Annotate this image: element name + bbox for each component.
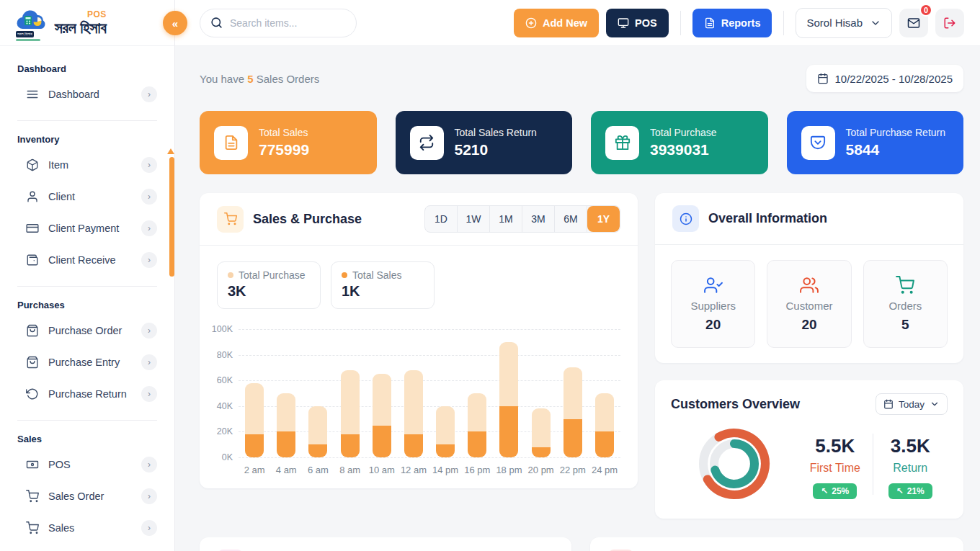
date-range-picker[interactable]: 10/22/2025 - 10/28/2025 <box>806 65 963 92</box>
bar-14-pm[interactable] <box>436 406 455 457</box>
info-box-customer[interactable]: Customer20 <box>767 260 851 348</box>
y-tick-label: 100K <box>212 324 233 334</box>
chart-y-axis: 0K20K40K60K80K100K <box>207 329 239 457</box>
search-box[interactable] <box>200 9 357 37</box>
sales-orders-count: 5 <box>247 73 253 85</box>
sales-purchase-panel: Sales & Purchase 1D1W1M3M6M1Y Total Purc… <box>200 193 638 488</box>
box-icon <box>26 158 39 171</box>
add-new-button[interactable]: Add New <box>514 9 599 37</box>
sidebar-item-purchase-return[interactable]: Purchase Return› <box>17 378 157 410</box>
sales-segment <box>595 431 614 457</box>
bar-8-am[interactable] <box>341 370 360 457</box>
chevron-right-icon: › <box>141 86 157 102</box>
info-box-orders[interactable]: Orders5 <box>863 260 948 348</box>
y-tick-label: 20K <box>217 426 233 436</box>
sidebar-item-client-receive[interactable]: Client Receive› <box>17 244 157 276</box>
stat-card-total-sales[interactable]: Total Sales775999 <box>200 111 377 174</box>
purchase-segment <box>564 367 582 418</box>
info-box-value: 20 <box>705 317 721 333</box>
reports-button[interactable]: Reports <box>692 9 772 37</box>
bar-20-pm[interactable] <box>532 408 551 457</box>
sidebar-collapse-button[interactable]: « <box>163 11 187 35</box>
bar-6-am[interactable] <box>308 406 327 457</box>
sidebar-item-client-payment[interactable]: Client Payment› <box>17 212 157 244</box>
customers-overview-filter[interactable]: Today <box>876 393 948 415</box>
sidebar-section-purchases: PurchasesPurchase Order›Purchase Entry›P… <box>0 292 174 414</box>
sidebar-item-purchase-order[interactable]: Purchase Order› <box>17 315 157 346</box>
search-input[interactable] <box>230 17 338 29</box>
purchase-segment <box>277 393 295 431</box>
bar-2-am[interactable] <box>245 383 264 457</box>
sidebar-item-dashboard[interactable]: Dashboard› <box>17 79 157 110</box>
period-1d-button[interactable]: 1D <box>425 206 458 232</box>
bar-12-am[interactable] <box>404 370 423 457</box>
sidebar-item-sales[interactable]: Sales› <box>17 512 157 544</box>
stat-card-total-purchase[interactable]: Total Purchase3939031 <box>591 111 768 174</box>
stat-card-value: 3939031 <box>650 141 717 158</box>
stat-card-label: Total Sales Return <box>455 127 537 138</box>
bar-24-pm[interactable] <box>595 393 614 457</box>
period-1m-button[interactable]: 1M <box>490 206 522 232</box>
chevron-right-icon: › <box>141 252 157 268</box>
period-3m-button[interactable]: 3M <box>522 206 555 232</box>
sidebar-item-label: POS <box>48 459 132 470</box>
sidebar-item-pos[interactable]: POS› <box>17 449 157 480</box>
sidebar-section-title: Inventory <box>17 134 157 145</box>
bar-22-pm[interactable] <box>564 367 582 457</box>
sidebar-scrollbar[interactable] <box>169 157 174 277</box>
sidebar-item-sales-order[interactable]: Sales Order› <box>17 480 157 512</box>
bar-slot <box>589 329 620 457</box>
sidebar-item-sales-delivery[interactable]: Sales Delivery› <box>17 544 157 551</box>
sidebar-item-purchase-entry[interactable]: Purchase Entry› <box>17 346 157 378</box>
cart-icon <box>217 206 244 233</box>
credit-card-icon <box>26 222 39 235</box>
info-box-suppliers[interactable]: Suppliers20 <box>671 260 755 348</box>
purchase-segment <box>499 342 518 406</box>
sidebar-item-label: Client Receive <box>48 254 132 266</box>
mail-button[interactable]: 0 <box>899 9 928 37</box>
bar-10-am[interactable] <box>373 374 391 457</box>
pos-button[interactable]: POS <box>606 9 669 37</box>
brand-logo[interactable]: সরল হিসাব POS সরল হিসাব <box>0 0 174 46</box>
bar-slot <box>366 329 398 457</box>
first-time-change-badge: ↖ 25% <box>813 483 857 499</box>
sales-purchase-title: Sales & Purchase <box>253 212 415 227</box>
sidebar-item-label: Purchase Order <box>48 325 132 336</box>
profile-dropdown[interactable]: Sorol Hisab <box>796 8 892 38</box>
search-icon <box>210 17 223 29</box>
sidebar-section-title: Purchases <box>17 300 157 310</box>
period-1y-button[interactable]: 1Y <box>587 206 620 232</box>
brand-name: সরল হিসাব <box>55 20 107 35</box>
report-file-icon <box>704 17 716 29</box>
bar-18-pm[interactable] <box>499 342 518 457</box>
customers-overview-panel: Customers Overview Today <box>655 380 963 519</box>
overall-info-stats: Suppliers20Customer20Orders5 <box>655 245 963 363</box>
user-check-icon <box>704 276 723 295</box>
stat-card-total-sales-return[interactable]: Total Sales Return5210 <box>396 111 573 174</box>
logout-button[interactable] <box>935 9 964 37</box>
period-1w-button[interactable]: 1W <box>458 206 490 232</box>
sales-segment <box>245 434 264 457</box>
customers-donut-chart <box>671 424 798 504</box>
stat-card-total-purchase-return[interactable]: Total Purchase Return5844 <box>787 111 964 174</box>
rotate-ccw-icon <box>26 388 39 400</box>
purchase-segment <box>341 370 360 434</box>
purchase-segment <box>532 408 551 447</box>
sidebar-item-client[interactable]: Client› <box>17 181 157 212</box>
sidebar-scroll-up-arrow[interactable] <box>167 148 174 154</box>
period-6m-button[interactable]: 6M <box>555 206 587 232</box>
info-box-label: Suppliers <box>690 300 736 312</box>
purchase-segment <box>308 406 327 444</box>
chevron-down-icon <box>930 399 940 409</box>
overall-information-panel: Overall Information Suppliers20Customer2… <box>655 193 963 363</box>
bar-16-pm[interactable] <box>468 393 486 457</box>
bar-slot <box>334 329 366 457</box>
bar-4-am[interactable] <box>277 393 295 457</box>
brand-nameplate: সরল হিসাব <box>16 31 34 37</box>
chevron-right-icon: › <box>141 354 157 370</box>
sidebar-item-item[interactable]: Item› <box>17 149 157 181</box>
legend-total-purchase: Total Purchase3K <box>217 261 321 309</box>
stat-cards-row: Total Sales775999Total Sales Return5210T… <box>200 111 963 174</box>
x-tick-label: 24 pm <box>589 465 620 475</box>
legend-label: Total Purchase <box>239 269 306 281</box>
